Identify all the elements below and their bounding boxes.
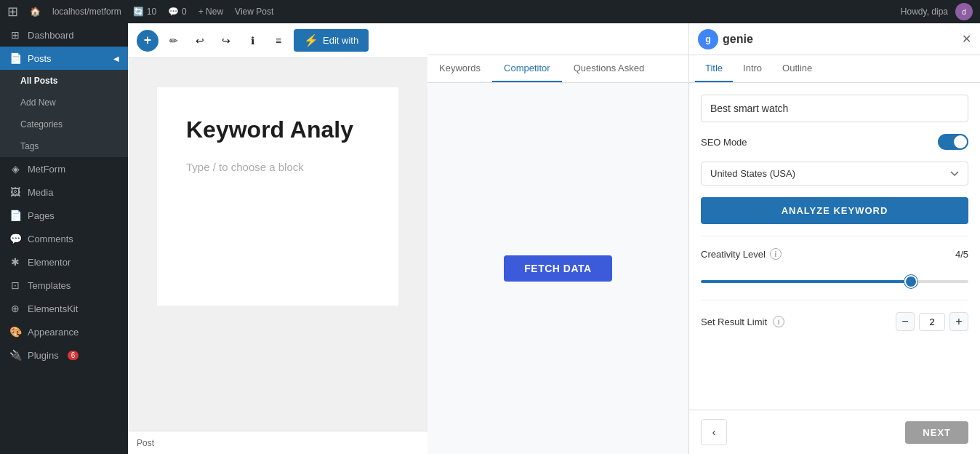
sidebar-item-media[interactable]: 🖼 Media — [0, 180, 128, 204]
close-icon[interactable]: ✕ — [962, 32, 971, 46]
info-button[interactable]: ℹ — [241, 30, 263, 52]
site-icon[interactable]: 🏠 — [30, 7, 41, 17]
sidebar-item-label: Comments — [28, 234, 73, 244]
sidebar-item-plugins[interactable]: 🔌 Plugins 6 — [0, 343, 128, 367]
sidebar-item-tags[interactable]: Tags — [0, 135, 128, 157]
undo-button[interactable]: ↩ — [189, 30, 211, 52]
increment-limit-button[interactable]: + — [949, 312, 968, 331]
plugins-icon: 🔌 — [9, 349, 22, 361]
sidebar-item-label: Dashboard — [28, 30, 74, 41]
sidebar-item-elementor[interactable]: ✱ Elementor — [0, 250, 128, 274]
tab-title[interactable]: Title — [695, 55, 733, 82]
redo-button[interactable]: ↪ — [215, 30, 237, 52]
editor-footer: Post — [128, 431, 427, 454]
creativity-row: Creativity Level i 4/5 — [701, 248, 968, 260]
post-type-label: Post — [137, 438, 154, 448]
result-limit-row: Set Result Limit i − + — [701, 312, 968, 331]
sidebar-item-label: Templates — [28, 280, 71, 291]
new-button[interactable]: + New — [198, 7, 223, 17]
elementor-icon: ✱ — [9, 256, 22, 268]
chevron-icon: ◀ — [113, 55, 119, 63]
divider2 — [701, 300, 968, 300]
comments-link[interactable]: 💬 0 — [168, 7, 187, 17]
tab-questions-asked[interactable]: Questions Asked — [562, 55, 656, 82]
user-avatar[interactable]: d — [955, 3, 973, 20]
tags-label: Tags — [20, 141, 39, 151]
result-limit-info-icon[interactable]: i — [773, 316, 784, 327]
seo-mode-toggle[interactable] — [938, 134, 968, 150]
block-placeholder[interactable]: Type / to choose a block — [186, 161, 369, 173]
sidebar-item-label: Appearance — [28, 327, 79, 338]
sidebar-item-posts[interactable]: 📄 Posts ◀ — [0, 47, 128, 70]
creativity-value: 4/5 — [955, 249, 968, 260]
post-title[interactable]: Keyword Analy — [186, 116, 369, 143]
competitor-panel-header — [427, 23, 688, 55]
tab-outline[interactable]: Outline — [772, 55, 822, 82]
view-post-link[interactable]: View Post — [235, 7, 273, 17]
competitor-panel: Keywords Competitor Questions Asked FETC… — [427, 23, 689, 454]
wp-logo[interactable]: ⊞ — [7, 4, 18, 20]
seo-tabs: Title Intro Outline — [689, 55, 980, 83]
creativity-slider[interactable] — [701, 280, 968, 283]
site-url[interactable]: localhost/metform — [52, 7, 121, 17]
all-posts-label: All Posts — [20, 76, 57, 86]
sidebar-item-appearance[interactable]: 🎨 Appearance — [0, 320, 128, 343]
templates-icon: ⊡ — [9, 279, 22, 291]
tab-keywords[interactable]: Keywords — [427, 55, 492, 82]
posts-submenu: All Posts Add New Categories Tags — [0, 70, 128, 157]
sidebar-item-templates[interactable]: ⊡ Templates — [0, 274, 128, 297]
analyze-keyword-button[interactable]: ANALYZE KEYWORD — [701, 197, 968, 224]
add-block-button[interactable]: + — [137, 30, 158, 52]
next-button[interactable]: NEXT — [905, 421, 968, 444]
result-limit-label: Set Result Limit — [701, 316, 767, 327]
sidebar-item-all-posts[interactable]: All Posts — [0, 70, 128, 92]
result-limit-value[interactable] — [919, 313, 945, 331]
back-button[interactable]: ‹ — [701, 419, 727, 445]
edit-with-button[interactable]: ⚡ Edit with — [294, 29, 369, 52]
sidebar-item-categories[interactable]: Categories — [0, 114, 128, 135]
seo-panel: g genie ✕ Title Intro Outline SEO Mode U… — [689, 23, 980, 454]
sidebar-item-elementskit[interactable]: ⊕ ElementsKit — [0, 297, 128, 320]
tab-competitor[interactable]: Competitor — [492, 55, 562, 82]
country-select[interactable]: United States (USA) — [701, 162, 968, 186]
more-button[interactable]: ≡ — [268, 30, 289, 52]
genie-logo-text: genie — [723, 33, 753, 46]
sidebar: ⊞ Dashboard 📄 Posts ◀ All Posts Add New … — [0, 23, 128, 454]
metform-icon: ◈ — [9, 163, 22, 175]
sidebar-item-label: Media — [28, 187, 53, 198]
elementskit-icon: ⊕ — [9, 303, 22, 314]
panel-footer: ‹ NEXT — [689, 410, 980, 454]
categories-label: Categories — [20, 119, 63, 130]
sidebar-item-label: Posts — [28, 53, 52, 64]
plugins-badge: 6 — [68, 351, 79, 360]
sidebar-item-label: ElementsKit — [28, 303, 78, 314]
seo-mode-row: SEO Mode — [701, 134, 968, 150]
sidebar-item-dashboard[interactable]: ⊞ Dashboard — [0, 23, 128, 47]
posts-icon: 📄 — [9, 52, 22, 64]
creativity-info-icon[interactable]: i — [770, 248, 782, 260]
decrement-limit-button[interactable]: − — [896, 312, 915, 331]
elementor-e-icon: ⚡ — [304, 33, 318, 47]
fetch-data-button[interactable]: FETCH DATA — [504, 255, 611, 282]
dashboard-icon: ⊞ — [9, 29, 22, 41]
sidebar-item-metform[interactable]: ◈ MetForm — [0, 157, 128, 180]
seo-body: SEO Mode United States (USA) ANALYZE KEY… — [689, 83, 980, 410]
competitor-tabs: Keywords Competitor Questions Asked — [427, 55, 688, 83]
pages-icon: 📄 — [9, 210, 22, 221]
tab-intro[interactable]: Intro — [733, 55, 772, 82]
sidebar-item-label: Elementor — [28, 257, 71, 268]
howdy-text: Howdy, dipa — [901, 7, 948, 17]
keyword-input[interactable] — [701, 95, 968, 122]
editor-area: + ✏ ↩ ↪ ℹ ≡ ⚡ Edit with Keyword Analy Ty… — [128, 23, 427, 454]
sidebar-item-pages[interactable]: 📄 Pages — [0, 204, 128, 227]
editor-content[interactable]: Keyword Analy Type / to choose a block — [128, 58, 427, 431]
right-panels: Keywords Competitor Questions Asked FETC… — [427, 23, 980, 454]
editor-toolbar: + ✏ ↩ ↪ ℹ ≡ ⚡ Edit with — [128, 23, 427, 58]
sidebar-item-comments[interactable]: 💬 Comments — [0, 227, 128, 250]
updates-link[interactable]: 🔄 10 — [133, 7, 156, 17]
comments-icon: 💬 — [9, 233, 22, 244]
edit-button[interactable]: ✏ — [163, 30, 185, 52]
appearance-icon: 🎨 — [9, 326, 22, 338]
seo-panel-header: g genie ✕ — [689, 23, 980, 55]
sidebar-item-add-new[interactable]: Add New — [0, 92, 128, 114]
